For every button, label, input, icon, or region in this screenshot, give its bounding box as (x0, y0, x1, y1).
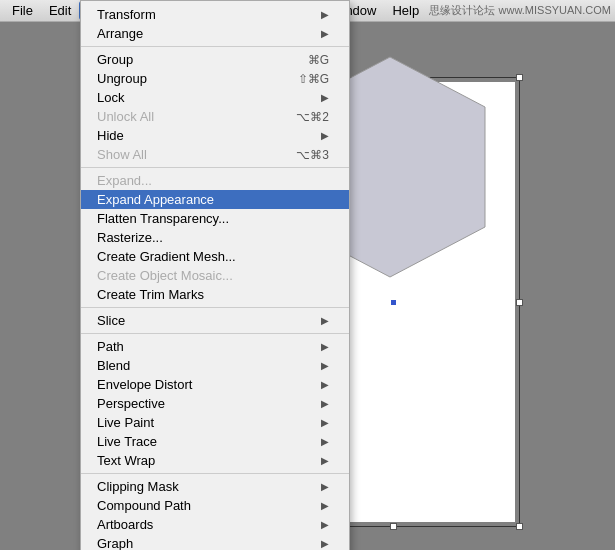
menu-item-create-object-mosaic[interactable]: Create Object Mosaic... (81, 266, 349, 285)
submenu-arrow: ▶ (321, 28, 329, 39)
menu-item-graph[interactable]: Graph ▶ (81, 534, 349, 550)
submenu-arrow: ▶ (321, 341, 329, 352)
submenu-arrow: ▶ (321, 417, 329, 428)
menu-item-expand-appearance[interactable]: Expand Appearance (81, 190, 349, 209)
submenu-arrow: ▶ (321, 9, 329, 20)
separator-5 (81, 473, 349, 474)
separator-4 (81, 333, 349, 334)
menu-item-show-all[interactable]: Show All ⌥⌘3 (81, 145, 349, 164)
menu-item-ungroup[interactable]: Ungroup ⇧⌘G (81, 69, 349, 88)
menu-item-path[interactable]: Path ▶ (81, 337, 349, 356)
menu-item-expand[interactable]: Expand... (81, 171, 349, 190)
submenu-arrow: ▶ (321, 500, 329, 511)
handle-top-right[interactable] (516, 74, 523, 81)
menu-item-create-trim-marks[interactable]: Create Trim Marks (81, 285, 349, 304)
menu-item-flatten-transparency[interactable]: Flatten Transparency... (81, 209, 349, 228)
menu-item-artboards[interactable]: Artboards ▶ (81, 515, 349, 534)
menu-item-create-gradient-mesh[interactable]: Create Gradient Mesh... (81, 247, 349, 266)
menu-item-text-wrap[interactable]: Text Wrap ▶ (81, 451, 349, 470)
submenu-arrow: ▶ (321, 130, 329, 141)
menu-item-transform[interactable]: Transform ▶ (81, 5, 349, 24)
menu-item-rasterize[interactable]: Rasterize... (81, 228, 349, 247)
menu-item-group[interactable]: Group ⌘G (81, 50, 349, 69)
handle-bottom-center[interactable] (390, 523, 397, 530)
app-logo: 思缘设计论坛 www.MISSYUAN.COM (429, 3, 611, 18)
handle-middle-right[interactable] (516, 299, 523, 306)
menu-item-live-trace[interactable]: Live Trace ▶ (81, 432, 349, 451)
submenu-arrow: ▶ (321, 398, 329, 409)
menu-item-clipping-mask[interactable]: Clipping Mask ▶ (81, 477, 349, 496)
submenu-arrow: ▶ (321, 519, 329, 530)
menu-item-hide[interactable]: Hide ▶ (81, 126, 349, 145)
submenu-arrow: ▶ (321, 315, 329, 326)
menu-item-live-paint[interactable]: Live Paint ▶ (81, 413, 349, 432)
menu-item-blend[interactable]: Blend ▶ (81, 356, 349, 375)
menu-item-unlock-all[interactable]: Unlock All ⌥⌘2 (81, 107, 349, 126)
menu-edit[interactable]: Edit (41, 1, 79, 20)
object-menu-dropdown: Transform ▶ Arrange ▶ Group ⌘G Ungroup ⇧… (80, 0, 350, 550)
separator-2 (81, 167, 349, 168)
submenu-arrow: ▶ (321, 538, 329, 549)
menu-item-envelope-distort[interactable]: Envelope Distort ▶ (81, 375, 349, 394)
menu-help[interactable]: Help (384, 1, 427, 20)
menu-item-lock[interactable]: Lock ▶ (81, 88, 349, 107)
menu-item-compound-path[interactable]: Compound Path ▶ (81, 496, 349, 515)
submenu-arrow: ▶ (321, 436, 329, 447)
submenu-arrow: ▶ (321, 360, 329, 371)
submenu-arrow: ▶ (321, 92, 329, 103)
separator-3 (81, 307, 349, 308)
submenu-arrow: ▶ (321, 379, 329, 390)
separator-1 (81, 46, 349, 47)
submenu-arrow: ▶ (321, 455, 329, 466)
submenu-arrow: ▶ (321, 481, 329, 492)
handle-bottom-right[interactable] (516, 523, 523, 530)
menu-file[interactable]: File (4, 1, 41, 20)
menu-item-slice[interactable]: Slice ▶ (81, 311, 349, 330)
menu-item-arrange[interactable]: Arrange ▶ (81, 24, 349, 43)
menu-item-perspective[interactable]: Perspective ▶ (81, 394, 349, 413)
